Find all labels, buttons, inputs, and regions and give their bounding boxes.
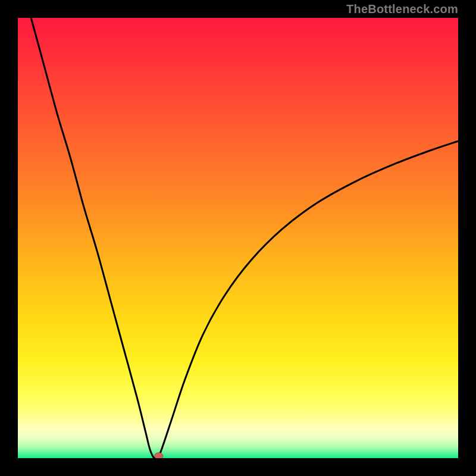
- plot-area: [18, 18, 458, 458]
- curve-layer: [18, 18, 458, 458]
- watermark-text: TheBottleneck.com: [346, 2, 458, 16]
- optimal-point-marker: [155, 453, 163, 458]
- bottleneck-curve: [31, 18, 458, 458]
- chart-frame: TheBottleneck.com: [0, 0, 476, 476]
